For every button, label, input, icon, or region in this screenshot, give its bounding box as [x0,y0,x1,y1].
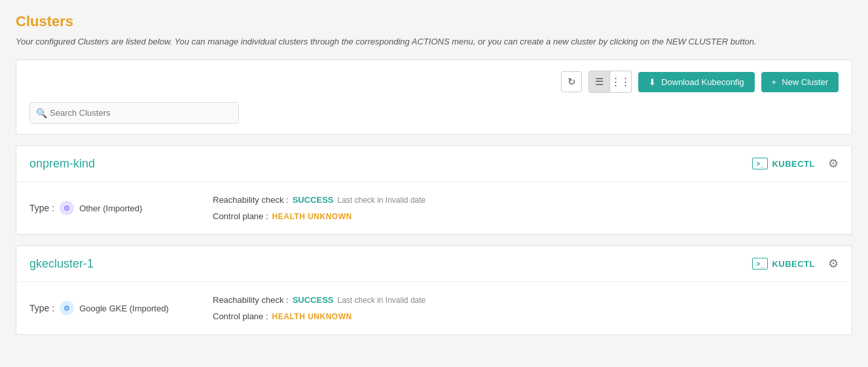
kubectl-label: KUBECTL [772,259,815,269]
control-plane-row: Control plane : HEALTH UNKNOWN [213,311,425,321]
control-plane-status: HEALTH UNKNOWN [272,212,352,221]
download-icon: ⬇ [649,77,656,87]
type-name: Google GKE (Imported) [79,304,169,313]
refresh-button[interactable]: ↻ [561,71,582,92]
type-icon: ⚙ [60,301,74,315]
download-kubeconfig-button[interactable]: ⬇ Download Kubeconfig [638,72,754,92]
cluster-body: Type : ⚙ Google GKE (Imported) Reachabil… [16,282,852,334]
terminal-icon: >_ [752,158,768,169]
list-view-button[interactable]: ☰ [589,71,610,92]
search-icon: 🔍 [36,108,47,118]
control-plane-label: Control plane : [213,311,268,321]
cluster-header-right: >_ KUBECTL ⚙ [752,256,839,271]
clusters-list: onprem-kind >_ KUBECTL ⚙ Type : ⚙ Other … [16,145,852,335]
cluster-name[interactable]: onprem-kind [29,157,95,171]
new-cluster-label: New Cluster [782,77,828,87]
control-plane-row: Control plane : HEALTH UNKNOWN [213,211,425,221]
type-icon: ⚙ [60,201,74,215]
settings-button[interactable]: ⚙ [828,156,839,171]
kubectl-button[interactable]: >_ KUBECTL [752,258,815,270]
reachability-status: SUCCESS [293,195,334,205]
control-plane-status: HEALTH UNKNOWN [272,312,352,321]
reachability-status: SUCCESS [293,295,334,305]
cluster-name[interactable]: gkecluster-1 [29,257,94,271]
cluster-type: Type : ⚙ Google GKE (Imported) [29,295,173,321]
plus-icon: + [772,77,777,87]
page-description: Your configured Clusters are listed belo… [16,37,852,46]
last-check: Last check in Invalid date [337,296,425,305]
cluster-type: Type : ⚙ Other (Imported) [29,195,173,221]
kubectl-label: KUBECTL [772,159,815,169]
grid-view-button[interactable]: ⋮⋮ [610,71,631,92]
reachability-label: Reachability check : [213,195,289,205]
cluster-header: gkecluster-1 >_ KUBECTL ⚙ [16,246,852,282]
cluster-card: gkecluster-1 >_ KUBECTL ⚙ Type : ⚙ Googl… [16,245,852,335]
type-name: Other (Imported) [79,203,142,213]
cluster-body: Type : ⚙ Other (Imported) Reachability c… [16,182,852,234]
settings-button[interactable]: ⚙ [828,256,839,271]
download-label: Download Kubeconfig [661,77,744,87]
reachability-row: Reachability check : SUCCESS Last check … [213,295,425,305]
reachability-row: Reachability check : SUCCESS Last check … [213,195,425,205]
new-cluster-button[interactable]: + New Cluster [761,72,839,92]
cluster-card: onprem-kind >_ KUBECTL ⚙ Type : ⚙ Other … [16,145,852,235]
view-toggle: ☰ ⋮⋮ [588,71,632,93]
search-container: 🔍 [29,102,239,124]
cluster-header: onprem-kind >_ KUBECTL ⚙ [16,146,852,182]
type-label: Type : [29,303,54,313]
search-input[interactable] [29,102,239,124]
cluster-header-right: >_ KUBECTL ⚙ [752,156,839,171]
terminal-icon: >_ [752,258,768,270]
last-check: Last check in Invalid date [337,196,425,205]
reachability-label: Reachability check : [213,295,289,305]
kubectl-button[interactable]: >_ KUBECTL [752,158,815,169]
toolbar-card: ↻ ☰ ⋮⋮ ⬇ Download Kubeconfig + New Clust… [16,60,852,135]
toolbar-top: ↻ ☰ ⋮⋮ ⬇ Download Kubeconfig + New Clust… [29,71,839,93]
type-label: Type : [29,203,54,213]
cluster-status: Reachability check : SUCCESS Last check … [213,195,425,221]
page-title: Clusters [16,13,852,30]
cluster-status: Reachability check : SUCCESS Last check … [213,295,425,321]
control-plane-label: Control plane : [213,211,268,221]
